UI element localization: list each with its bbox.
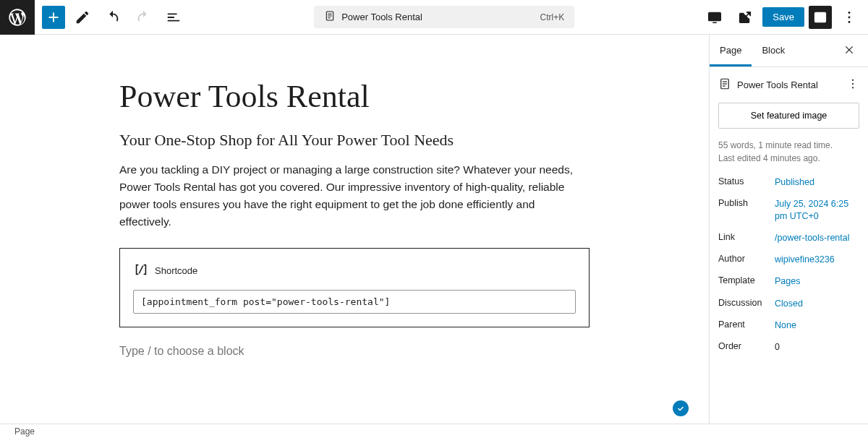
status-value[interactable]: Published <box>775 176 859 188</box>
svg-line-11 <box>139 266 143 274</box>
options-button[interactable] <box>836 4 862 30</box>
svg-rect-6 <box>815 12 826 22</box>
block-appender[interactable]: Type / to choose a block <box>119 345 590 358</box>
page-title[interactable]: Power Tools Rental <box>119 78 590 115</box>
editor-canvas[interactable]: Power Tools Rental Your One-Stop Shop fo… <box>0 35 709 424</box>
undo-button[interactable] <box>100 4 126 30</box>
parent-value[interactable]: None <box>775 319 859 331</box>
row-publish: PublishJuly 25, 2024 6:25 pm UTC+0 <box>718 198 859 222</box>
row-discussion: DiscussionClosed <box>718 298 859 309</box>
close-sidebar-button[interactable] <box>836 37 862 65</box>
row-link: Link/power-tools-rental <box>718 232 859 244</box>
document-pill[interactable]: Power Tools Rental Ctrl+K <box>314 6 574 28</box>
shortcut-hint: Ctrl+K <box>540 12 564 22</box>
breadcrumb-item[interactable]: Page <box>14 426 35 437</box>
template-value[interactable]: Pages <box>775 275 859 287</box>
external-link-button[interactable] <box>732 4 758 30</box>
set-featured-image-button[interactable]: Set featured image <box>718 103 859 129</box>
sidebar-doc-title: Power Tools Rental <box>737 80 818 90</box>
row-author: Authorwipivefine3236 <box>718 254 859 265</box>
shortcode-input[interactable]: [appointment_form post="power-tools-rent… <box>133 290 576 314</box>
svg-point-19 <box>852 83 854 85</box>
shortcode-icon <box>133 262 149 280</box>
settings-sidebar-toggle[interactable] <box>809 6 832 29</box>
view-button[interactable] <box>702 4 728 30</box>
meta-summary: 55 words, 1 minute read time. Last edite… <box>718 139 859 165</box>
svg-rect-4 <box>709 12 721 20</box>
row-template: TemplatePages <box>718 275 859 287</box>
page-subtitle[interactable]: Your One-Stop Shop for All Your Power To… <box>119 131 590 150</box>
redo-button[interactable] <box>130 4 156 30</box>
last-edited: Last edited 4 minutes ago. <box>718 152 859 165</box>
wordpress-logo[interactable] <box>0 0 35 35</box>
svg-point-8 <box>848 12 851 14</box>
add-block-button[interactable] <box>42 6 65 29</box>
publish-value[interactable]: July 25, 2024 6:25 pm UTC+0 <box>775 198 859 222</box>
row-status: StatusPublished <box>718 176 859 188</box>
page-actions-button[interactable] <box>846 77 859 93</box>
shortcode-label: Shortcode <box>155 265 197 276</box>
tab-page[interactable]: Page <box>710 35 752 66</box>
sidebar-tabs: Page Block <box>710 35 868 67</box>
topbar: Power Tools Rental Ctrl+K Save <box>0 0 868 35</box>
row-order: Order0 <box>718 341 859 353</box>
footer-breadcrumb: Page <box>0 424 868 438</box>
page-icon <box>718 77 731 93</box>
save-button[interactable]: Save <box>762 7 804 27</box>
svg-point-9 <box>848 16 851 18</box>
document-title: Power Tools Rental <box>341 12 422 22</box>
row-parent: ParentNone <box>718 319 859 331</box>
settings-sidebar: Page Block Power Tools Rental Set featur… <box>709 35 868 424</box>
svg-point-10 <box>848 20 851 22</box>
discussion-value[interactable]: Closed <box>775 298 859 309</box>
link-value[interactable]: /power-tools-rental <box>775 232 859 244</box>
word-count: 55 words, 1 minute read time. <box>718 139 859 152</box>
page-paragraph[interactable]: Are you tackling a DIY project or managi… <box>119 161 590 231</box>
shortcode-block[interactable]: Shortcode [appointment_form post="power-… <box>119 248 590 327</box>
tab-block[interactable]: Block <box>752 35 795 66</box>
page-icon <box>324 10 336 24</box>
tools-button[interactable] <box>69 4 95 30</box>
svg-point-18 <box>852 80 854 81</box>
svg-point-20 <box>852 87 854 88</box>
saved-indicator-icon <box>673 400 689 416</box>
document-overview-button[interactable] <box>161 4 187 30</box>
order-value: 0 <box>775 341 859 353</box>
author-value[interactable]: wipivefine3236 <box>775 254 859 265</box>
